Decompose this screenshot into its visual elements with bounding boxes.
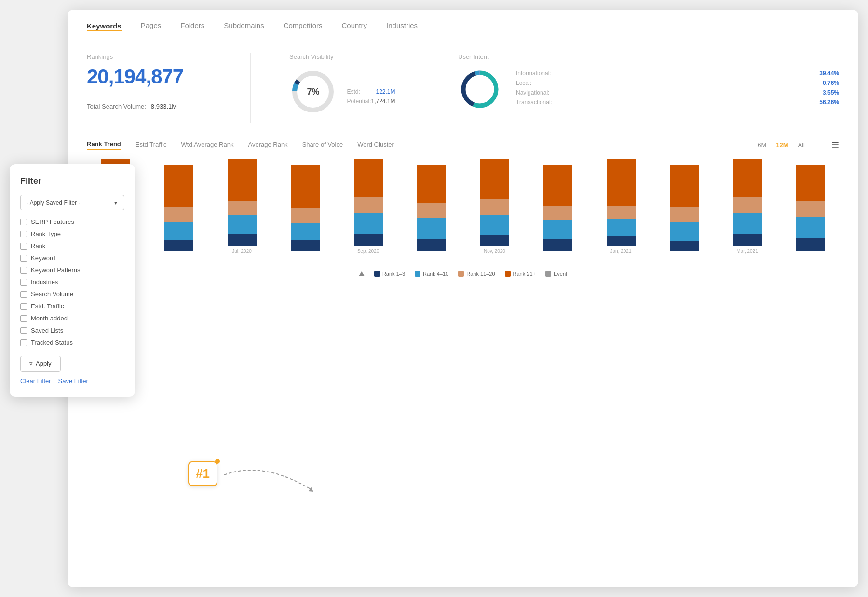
time-tab-6m[interactable]: 6M <box>755 140 769 150</box>
rank-4-10-seg <box>607 219 636 236</box>
filter-checkbox-2[interactable] <box>20 243 27 250</box>
chart-area: 2020Jul, 2020Sep, 2020Nov, 2020Jan, 2021… <box>68 157 858 292</box>
bar-label-4: Sep, 2020 <box>357 249 380 254</box>
legend-rank-1-3-dot <box>374 271 380 277</box>
rank-11-20-seg <box>796 201 825 217</box>
bar-stack-9[interactable] <box>670 165 699 251</box>
sec-tab-share-of-voice[interactable]: Share of Voice <box>302 141 343 149</box>
tab-subdomains[interactable]: Subdomains <box>224 21 264 31</box>
filter-checkbox-7[interactable] <box>20 303 27 310</box>
tab-country[interactable]: Country <box>342 21 367 31</box>
filter-item-3: Keyword <box>20 254 124 262</box>
bar-label-6: Nov, 2020 <box>484 249 505 254</box>
bar-group-8: Jan, 2021 <box>592 159 650 254</box>
bar-stack-10[interactable] <box>733 159 762 246</box>
rank-4-10-seg <box>228 215 257 234</box>
rank-4-10-seg <box>543 220 572 239</box>
time-tab-12m[interactable]: 12M <box>773 140 790 150</box>
filter-card: Filter - Apply Saved Filter - ▼ SERP Fea… <box>10 164 135 397</box>
bar-stack-5[interactable] <box>417 165 446 251</box>
filter-checkbox-3[interactable] <box>20 255 27 262</box>
bar-stack-8[interactable] <box>607 159 636 246</box>
filter-item-1: Rank Type <box>20 230 124 237</box>
bar-stack-6[interactable] <box>480 159 509 246</box>
main-dashboard-card: Keywords Pages Folders Subdomains Compet… <box>68 10 858 587</box>
rank-21plus-seg <box>733 159 762 197</box>
filter-item-label-1: Rank Type <box>31 230 61 237</box>
hamburger-icon[interactable]: ☰ <box>831 140 839 151</box>
filter-checkbox-6[interactable] <box>20 291 27 298</box>
sec-tab-wtd-avg-rank[interactable]: Wtd.Average Rank <box>181 141 234 149</box>
sec-tab-estd-traffic[interactable]: Estd Traffic <box>136 141 167 149</box>
filter-item-10: Tracked Status <box>20 339 124 346</box>
rank-11-20-seg <box>543 206 572 220</box>
tab-pages[interactable]: Pages <box>141 21 162 31</box>
filter-checkbox-1[interactable] <box>20 231 27 237</box>
filter-checkbox-9[interactable] <box>20 327 27 334</box>
filter-checkbox-8[interactable] <box>20 315 27 322</box>
bar-group-10: Mar, 2021 <box>719 159 776 254</box>
bar-stack-1[interactable] <box>164 165 193 251</box>
bar-group-1 <box>150 165 207 254</box>
bar-group-2: Jul, 2020 <box>213 159 271 254</box>
saved-filter-label: - Apply Saved Filter - <box>27 199 80 206</box>
intent-informational-pct: 39.44% <box>819 70 839 77</box>
filter-item-label-8: Month added <box>31 315 68 322</box>
tab-keywords[interactable]: Keywords <box>87 22 122 31</box>
rank-1-3-seg <box>480 235 509 246</box>
intent-informational-label: Informational: <box>516 70 551 77</box>
rank-11-20-seg <box>480 199 509 215</box>
sec-tab-rank-trend[interactable]: Rank Trend <box>87 140 121 150</box>
intent-navigational-label: Navigational: <box>516 89 549 96</box>
save-filter-link[interactable]: Save Filter <box>58 377 88 385</box>
rank-1-3-seg <box>607 236 636 246</box>
bar-label-10: Mar, 2021 <box>736 249 758 254</box>
filter-item-6: Search Volume <box>20 291 124 298</box>
rank-21plus-seg <box>543 165 572 206</box>
tab-industries[interactable]: Industries <box>386 21 418 31</box>
filter-item-7: Estd. Traffic <box>20 303 124 310</box>
bar-label-2: Jul, 2020 <box>232 249 252 254</box>
visibility-panel: Search Visibility 7% Estd: 122.1M <box>251 53 434 123</box>
sec-tab-avg-rank[interactable]: Average Rank <box>248 141 287 149</box>
tab-folders[interactable]: Folders <box>180 21 204 31</box>
filter-item-label-4: Keyword Patterns <box>31 266 81 274</box>
filter-item-0: SERP Features <box>20 218 124 225</box>
sec-tab-word-cluster[interactable]: Word Cluster <box>357 141 394 149</box>
bar-stack-2[interactable] <box>228 159 257 246</box>
rank-4-10-seg <box>733 213 762 234</box>
filter-item-5: Industries <box>20 278 124 286</box>
tab-competitors[interactable]: Competitors <box>284 21 323 31</box>
rank-11-20-seg <box>607 206 636 219</box>
legend-rank-21plus-dot <box>505 271 511 277</box>
filter-checkbox-4[interactable] <box>20 267 27 274</box>
apply-button[interactable]: ▿ Apply <box>20 356 61 372</box>
potential-value: 1,724.1M <box>371 98 395 105</box>
legend-rank-21plus-label: Rank 21+ <box>513 271 536 277</box>
rank-11-20-seg <box>670 207 699 222</box>
intent-local-pct: 0.76% <box>823 80 839 86</box>
legend-rank-1-3: Rank 1–3 <box>374 271 405 277</box>
rank-4-10-seg <box>670 222 699 241</box>
filter-checkbox-10[interactable] <box>20 339 27 346</box>
saved-filter-dropdown[interactable]: - Apply Saved Filter - ▼ <box>20 195 124 210</box>
rank-4-10-seg <box>480 215 509 235</box>
clear-filter-link[interactable]: Clear Filter <box>20 377 51 385</box>
donut-pct-text: 7% <box>307 87 319 97</box>
time-tab-all[interactable]: All <box>796 140 807 150</box>
estd-label: Estd: <box>347 88 360 95</box>
rank-21plus-seg <box>291 165 320 208</box>
dropdown-chevron-icon: ▼ <box>113 200 118 206</box>
potential-label: Potential: <box>347 98 371 105</box>
filter-item-label-2: Rank <box>31 242 45 250</box>
rank-11-20-seg <box>417 203 446 218</box>
bar-stack-11[interactable] <box>796 165 825 251</box>
filter-checkbox-5[interactable] <box>20 279 27 286</box>
legend-event-dot <box>545 271 551 277</box>
rank-11-20-seg <box>228 201 257 215</box>
filter-items: SERP FeaturesRank TypeRankKeywordKeyword… <box>20 218 124 346</box>
bar-stack-3[interactable] <box>291 165 320 251</box>
bar-stack-4[interactable] <box>354 159 383 246</box>
bar-stack-7[interactable] <box>543 165 572 251</box>
filter-checkbox-0[interactable] <box>20 219 27 225</box>
